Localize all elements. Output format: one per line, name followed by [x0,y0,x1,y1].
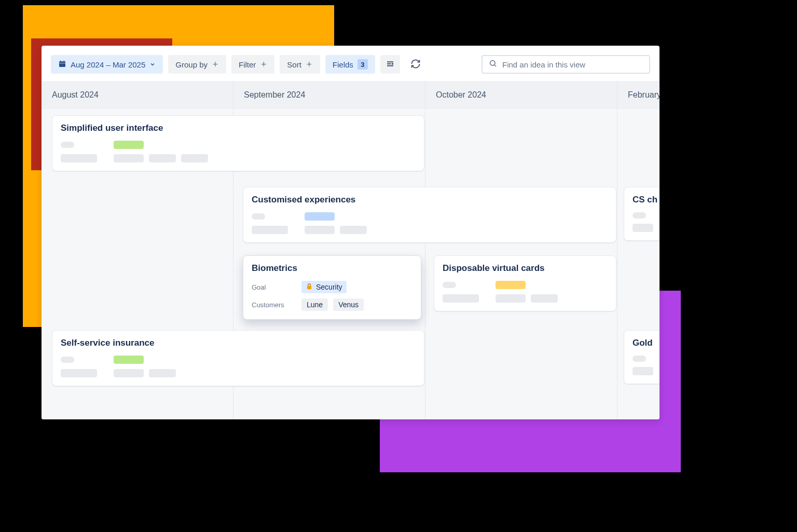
placeholder-pill [305,226,335,234]
fields-count-badge: 3 [358,59,368,70]
filter-label: Filter [239,60,256,69]
placeholder-icon [252,213,265,220]
placeholder-pill [114,141,144,149]
card-disposable-virtual-cards[interactable]: Disposable virtual cards [434,255,616,311]
card-title: Customised experiences [252,195,608,205]
date-range-label: Aug 2024 – Mar 2025 [71,60,145,69]
placeholder-pill [114,154,144,162]
fields-button[interactable]: Fields 3 [325,55,375,74]
placeholder-icon [61,142,74,148]
svg-rect-3 [59,63,65,63]
placeholder-pill [531,294,558,303]
toolbar: Aug 2024 – Mar 2025 Group by + Filter + … [42,46,659,81]
refresh-icon [410,59,421,71]
card-gold[interactable]: Gold [624,330,659,384]
card-title: Disposable virtual cards [443,263,608,274]
column-header: September 2024 [233,81,425,109]
field-label-customers: Customers [252,301,296,309]
group-by-button[interactable]: Group by + [168,55,226,74]
column-header: August 2024 [42,81,233,109]
card-title: Simplified user interface [61,123,416,133]
placeholder-pill [181,154,208,162]
card-title: Self-service insurance [61,338,416,348]
svg-rect-7 [392,63,393,64]
card-title: Biometrics [252,263,413,274]
refresh-button[interactable] [405,55,426,74]
placeholder-pill [633,367,653,375]
card-title: CS ch [633,195,659,205]
placeholder-pill [149,369,176,377]
column-header: February [617,81,659,109]
svg-rect-1 [60,60,61,62]
date-range-picker[interactable]: Aug 2024 – Mar 2025 [51,55,163,74]
placeholder-icon [443,282,456,288]
search-icon [489,59,497,70]
plus-icon: + [306,61,313,68]
placeholder-icon [633,212,646,219]
layout-icon [386,59,395,70]
placeholder-pill [340,226,367,234]
timeline: August 2024 September 2024 October 2024 … [42,81,659,419]
card-self-service-insurance[interactable]: Self-service insurance [52,330,424,386]
svg-rect-2 [64,60,64,62]
placeholder-pill [633,224,653,232]
column-header: October 2024 [425,81,617,109]
calendar-icon [58,60,66,70]
card-biometrics[interactable]: Biometrics Goal Security Customers [243,255,421,320]
card-simplified-ui[interactable]: Simplified user interface [52,115,424,171]
placeholder-pill [496,294,526,303]
plus-icon: + [260,61,267,68]
placeholder-pill [61,369,97,377]
customer-chip[interactable]: Lune [301,298,328,311]
placeholder-pill [252,226,288,234]
placeholder-pill [61,154,97,162]
field-label-goal: Goal [252,283,296,291]
goal-tag-security[interactable]: Security [301,281,347,293]
sort-label: Sort [287,60,301,69]
fields-label: Fields [333,60,353,69]
layout-settings-button[interactable] [380,55,400,74]
placeholder-pill [114,356,144,364]
card-title: Gold [633,338,659,348]
customer-chip[interactable]: Venus [333,298,364,311]
search-box[interactable] [482,55,650,74]
filter-button[interactable]: Filter + [231,55,274,74]
search-input[interactable] [502,60,643,69]
goal-tag-label: Security [316,283,342,291]
lock-key-icon [306,283,313,292]
cards-layer: Simplified user interface Cust [42,109,659,419]
placeholder-pill [149,154,176,162]
placeholder-pill [496,281,526,289]
card-customised-experiences[interactable]: Customised experiences [243,187,616,243]
svg-rect-0 [59,61,65,67]
placeholder-pill [305,212,335,221]
roadmap-app: Aug 2024 – Mar 2025 Group by + Filter + … [42,46,659,419]
card-cs-ch[interactable]: CS ch [624,187,659,241]
svg-line-9 [494,65,496,66]
svg-rect-10 [307,285,311,289]
svg-point-8 [490,61,495,65]
group-by-label: Group by [175,60,208,69]
placeholder-icon [61,357,74,363]
plus-icon: + [212,61,219,68]
sort-button[interactable]: Sort + [280,55,320,74]
chevron-down-icon [149,60,156,69]
placeholder-pill [114,369,144,377]
placeholder-icon [633,356,646,362]
placeholder-pill [443,294,479,303]
